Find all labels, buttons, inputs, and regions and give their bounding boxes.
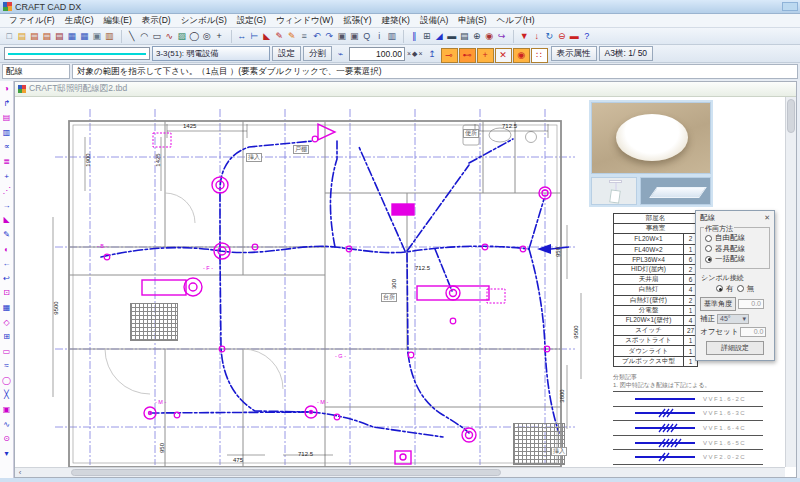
stamp-register-icon[interactable]: ▼: [518, 29, 531, 43]
rect-icon[interactable]: ▭: [3, 345, 11, 360]
window-icon[interactable]: ⊞: [3, 330, 10, 345]
dim-linear-icon[interactable]: ↔: [236, 29, 249, 43]
parts-list-icon[interactable]: ▤: [458, 29, 471, 43]
half-circle-icon[interactable]: ◑: [4, 82, 9, 97]
plot-icon[interactable]: ▥: [103, 29, 116, 43]
scale-input[interactable]: [349, 47, 405, 61]
open-folder-icon[interactable]: ▤: [16, 29, 29, 43]
menu-item[interactable]: 表示(D): [137, 15, 176, 27]
dim-pair-icon[interactable]: ∝: [4, 140, 10, 155]
brush-icon[interactable]: ✎: [273, 29, 286, 43]
drawing-canvas[interactable]: 部屋名事務室FL20W×12FL40W×21FPL36W×46HID灯(屋内)2…: [15, 97, 785, 467]
spotlight-image[interactable]: [591, 177, 637, 205]
table-row[interactable]: HID灯(屋内)2: [614, 264, 698, 274]
cross-icon[interactable]: ╳: [4, 388, 9, 403]
half-circle2-icon[interactable]: ◐: [4, 243, 9, 258]
corner-icon[interactable]: ◢: [433, 29, 446, 43]
radio-icon[interactable]: [716, 285, 723, 292]
settings-button[interactable]: 設定: [272, 46, 301, 61]
route-icon[interactable]: ↪: [496, 29, 509, 43]
stamp-download-icon[interactable]: ↓: [531, 29, 544, 43]
table-row[interactable]: プルボックス中型1: [614, 356, 698, 366]
table-row[interactable]: ダウンライト1: [614, 346, 698, 356]
new-file-icon[interactable]: □: [3, 29, 16, 43]
table-row[interactable]: スポットライト1: [614, 336, 698, 346]
spline-icon[interactable]: ∿: [3, 418, 10, 433]
probe-icon[interactable]: i: [373, 29, 386, 43]
menu-item[interactable]: 設定(G): [232, 15, 271, 27]
vertical-scrollbar[interactable]: [785, 97, 796, 467]
measure-icon[interactable]: ◣: [261, 29, 274, 43]
menu-item[interactable]: 建築(K): [377, 15, 415, 27]
menu-item[interactable]: シンボル(S): [176, 15, 232, 27]
plus-icon[interactable]: +: [4, 170, 9, 185]
center-mark-icon[interactable]: ⊕: [471, 29, 484, 43]
fluorescent-image[interactable]: [640, 177, 711, 205]
menu-item[interactable]: ウィンドウ(W): [271, 15, 338, 27]
arc-tool-icon[interactable]: ◠: [138, 29, 151, 43]
stamp-lock-icon[interactable]: ⊖: [556, 29, 569, 43]
menu-item[interactable]: ヘルプ(H): [492, 15, 540, 27]
hatch-tool-icon[interactable]: ▨: [176, 29, 189, 43]
grid-window-icon[interactable]: ⊞: [421, 29, 434, 43]
ellipse-tool-icon[interactable]: ◎: [201, 29, 214, 43]
wiring-dialog-titlebar[interactable]: 配線 ✕: [696, 211, 774, 224]
offset-input[interactable]: 0.0: [740, 327, 766, 337]
stamp-sync-icon[interactable]: ↻: [543, 29, 556, 43]
down-icon[interactable]: ▾: [4, 447, 8, 462]
paste-format-icon[interactable]: ▣: [348, 29, 361, 43]
grid-icon[interactable]: ▦: [3, 301, 11, 316]
circle-icon[interactable]: ◯: [2, 374, 11, 389]
radio-icon[interactable]: [705, 245, 712, 252]
menu-item[interactable]: 編集(E): [98, 15, 136, 27]
notes-icon[interactable]: ▥: [386, 29, 399, 43]
help-icon[interactable]: ?: [581, 29, 594, 43]
list-b-icon[interactable]: ▥: [3, 126, 11, 141]
save-icon[interactable]: ▦: [66, 29, 79, 43]
wire-style-dots-button[interactable]: ∷: [531, 48, 548, 63]
wire-style-circle-button[interactable]: ◉: [513, 48, 530, 63]
table-row[interactable]: 白熱灯(壁付)2: [614, 295, 698, 305]
vertical-scroll-thumb[interactable]: [787, 99, 795, 133]
undo-icon[interactable]: ↶: [311, 29, 324, 43]
scale-ruler-icon[interactable]: ▬: [446, 29, 459, 43]
base-angle-input[interactable]: 0.0: [738, 299, 764, 309]
copy-format-icon[interactable]: ▣: [336, 29, 349, 43]
base-angle-button[interactable]: 基準角度: [700, 297, 736, 311]
correction-select[interactable]: 45° ▾: [717, 314, 749, 324]
user-icon[interactable]: ◉: [483, 29, 496, 43]
wire-style-cross-button[interactable]: +: [477, 48, 494, 63]
horizontal-scrollbar[interactable]: ‹: [15, 467, 785, 477]
pen-icon[interactable]: ✎: [286, 29, 299, 43]
horizontal-scroll-thumb[interactable]: [71, 469, 501, 476]
table-row[interactable]: FL20W×12: [614, 234, 698, 244]
zoom-icon[interactable]: Q: [361, 29, 374, 43]
spline-tool-icon[interactable]: ∿: [163, 29, 176, 43]
print-icon[interactable]: ▣: [91, 29, 104, 43]
display-attr-button[interactable]: 表示属性: [551, 46, 597, 61]
diamond-icon[interactable]: ◇: [3, 316, 9, 331]
redo-icon[interactable]: ↷: [323, 29, 336, 43]
return-icon[interactable]: ↩: [3, 272, 10, 287]
table-row[interactable]: FL20W×1(壁付)4: [614, 315, 698, 325]
dots-diagonal-icon[interactable]: ⋰: [3, 184, 11, 199]
branch-icon[interactable]: ↱: [3, 97, 10, 112]
arrow-right-icon[interactable]: →: [3, 199, 11, 214]
table-row[interactable]: 分電盤1: [614, 305, 698, 315]
table-row[interactable]: FPL36W×46: [614, 254, 698, 264]
table-row[interactable]: スイッチ27: [614, 326, 698, 336]
line-style-preview[interactable]: [4, 47, 150, 60]
radio-icon[interactable]: [705, 256, 712, 263]
circle-tool-icon[interactable]: ◯: [188, 29, 201, 43]
radio-option-器具配線[interactable]: 器具配線: [705, 244, 765, 255]
menu-item[interactable]: 設備(A): [415, 15, 453, 27]
target-icon[interactable]: ⊙: [3, 432, 10, 447]
close-icon[interactable]: ✕: [764, 214, 770, 222]
list-a-icon[interactable]: ▤: [3, 111, 11, 126]
wire-style-x-button[interactable]: ✕: [495, 48, 512, 63]
arrow-left-icon[interactable]: ←: [3, 257, 11, 272]
wave-icon[interactable]: ≈: [4, 359, 8, 374]
pencil-icon[interactable]: ✎: [3, 228, 10, 243]
filled-box-icon[interactable]: ▣: [3, 403, 11, 418]
table-row[interactable]: 天井扇6: [614, 275, 698, 285]
